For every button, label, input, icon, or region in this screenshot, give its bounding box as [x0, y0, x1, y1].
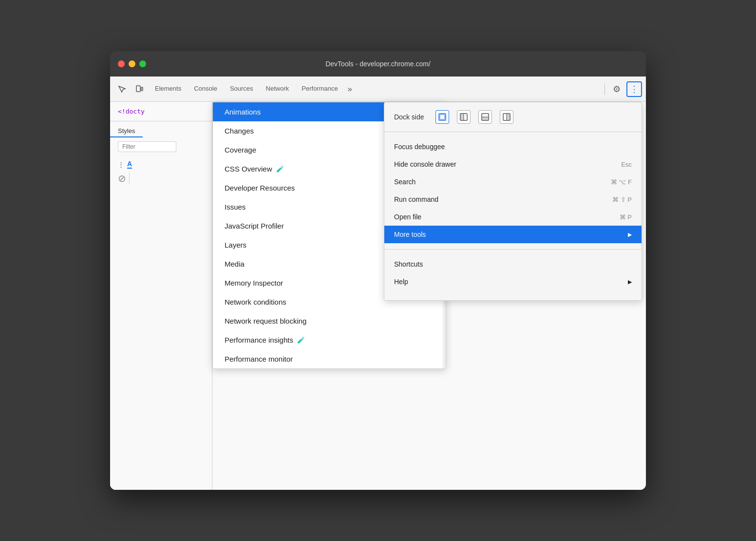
dock-side-label: Dock side: [394, 113, 424, 121]
dock-left-button[interactable]: [457, 110, 471, 124]
svg-rect-5: [460, 114, 464, 120]
search-shortcut: ⌘ ⌥ F: [611, 178, 632, 186]
menu-item-performance-insights[interactable]: Performance insights 🧪: [213, 330, 446, 349]
tab-elements[interactable]: Elements: [149, 82, 187, 96]
menu-run-command[interactable]: Run command ⌘ ⇧ P: [384, 191, 642, 208]
filter-bar: [118, 141, 204, 152]
devtools-body: Elements Console Sources Network Perform…: [110, 77, 646, 490]
more-options-button[interactable]: ⋮: [626, 81, 642, 97]
menu-open-file[interactable]: Open file ⌘ P: [384, 208, 642, 226]
close-button[interactable]: [118, 60, 125, 67]
devtools-main: <!docty Styles ⋮ A ⊘: [110, 102, 646, 490]
open-file-shortcut: ⌘ P: [620, 213, 632, 221]
main-menu: Dock side: [384, 102, 642, 301]
tab-sources[interactable]: Sources: [224, 82, 259, 96]
maximize-button[interactable]: [139, 60, 146, 67]
more-tabs-button[interactable]: »: [345, 83, 355, 96]
menu-item-performance-monitor[interactable]: Performance monitor: [213, 349, 446, 368]
menu-help[interactable]: Help ▶: [384, 273, 642, 290]
browser-window: DevTools - developer.chrome.com/ Element…: [110, 51, 646, 490]
left-sidebar: <!docty Styles ⋮ A ⊘: [110, 102, 212, 490]
sidebar-tools: ⋮ A ⊘: [110, 156, 212, 188]
html-preview: <!docty: [110, 102, 212, 121]
minimize-button[interactable]: [129, 60, 135, 67]
svg-rect-7: [482, 117, 489, 120]
menu-hide-console[interactable]: Hide console drawer Esc: [384, 155, 642, 173]
svg-rect-3: [440, 115, 445, 119]
window-title: DevTools - developer.chrome.com/: [325, 60, 431, 68]
traffic-lights: [118, 60, 146, 67]
menu-search[interactable]: Search ⌘ ⌥ F: [384, 173, 642, 191]
tab-performance[interactable]: Performance: [296, 82, 343, 96]
device-icon[interactable]: [132, 81, 147, 97]
dock-side-section: Dock side: [384, 102, 642, 132]
menu-items-section: Focus debuggee Hide console drawer Esc S…: [384, 132, 642, 250]
menu-shortcuts[interactable]: Shortcuts: [384, 255, 642, 273]
title-bar: DevTools - developer.chrome.com/: [110, 51, 646, 77]
beaker-icon-css: 🧪: [276, 165, 284, 173]
devtools-toolbar: Elements Console Sources Network Perform…: [110, 77, 646, 102]
beaker-icon-perf: 🧪: [297, 336, 305, 344]
hide-console-shortcut: Esc: [621, 161, 632, 168]
svg-rect-0: [136, 86, 140, 92]
more-tools-arrow-icon: ▶: [628, 232, 632, 238]
svg-rect-1: [141, 87, 143, 91]
block-icon[interactable]: ⊘: [118, 173, 204, 184]
toolbar-right: ⚙ ⋮: [603, 81, 642, 97]
settings-button[interactable]: ⚙: [609, 81, 624, 97]
tab-network[interactable]: Network: [260, 82, 295, 96]
dock-side-row: Dock side: [384, 108, 642, 126]
styles-panel: Styles ⋮ A ⊘: [110, 121, 212, 192]
tab-console[interactable]: Console: [188, 82, 223, 96]
shortcuts-help-section: Shortcuts Help ▶: [384, 250, 642, 296]
dock-right-button[interactable]: [500, 110, 513, 124]
run-command-shortcut: ⌘ ⇧ P: [612, 196, 632, 203]
vertical-divider: [129, 173, 130, 184]
dock-bottom-button[interactable]: [478, 110, 492, 124]
dots-icon[interactable]: ⋮ A: [118, 160, 204, 169]
svg-rect-9: [507, 114, 510, 120]
tab-bar: Elements Console Sources Network Perform…: [149, 82, 601, 96]
menu-focus-debuggee[interactable]: Focus debuggee: [384, 138, 642, 155]
inspect-icon[interactable]: [114, 81, 130, 97]
toolbar-divider: [605, 83, 605, 95]
styles-tab[interactable]: Styles: [110, 125, 143, 137]
menu-item-network-request-blocking[interactable]: Network request blocking: [213, 311, 446, 330]
menu-more-tools[interactable]: More tools ▶: [384, 226, 642, 243]
help-arrow-icon: ▶: [628, 279, 632, 285]
dock-undock-button[interactable]: [435, 110, 449, 124]
filter-input[interactable]: [118, 141, 176, 152]
